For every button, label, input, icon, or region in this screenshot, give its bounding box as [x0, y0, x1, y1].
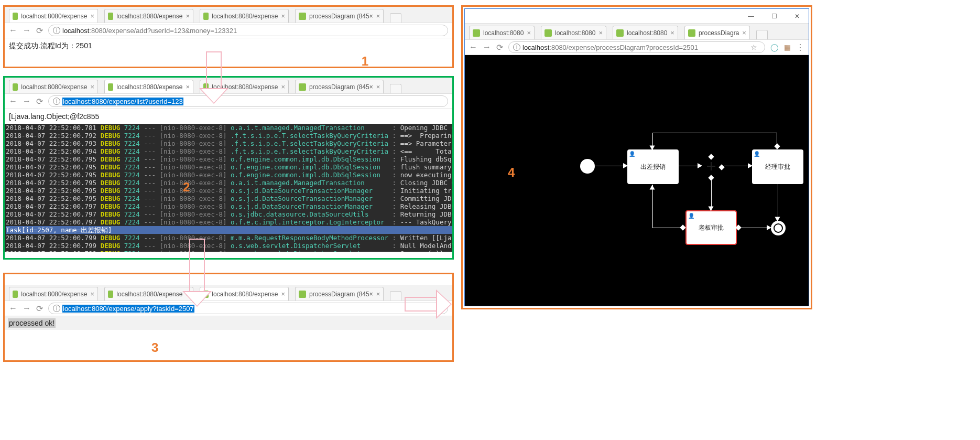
- close-tab-icon[interactable]: ×: [524, 29, 531, 37]
- favicon: [688, 29, 695, 37]
- reload-button[interactable]: ⟳: [496, 42, 503, 52]
- bookmark-star-icon[interactable]: ☆: [750, 43, 757, 51]
- info-icon[interactable]: i: [53, 98, 60, 105]
- annotation-number: 3: [151, 340, 158, 355]
- forward-button[interactable]: →: [23, 304, 31, 313]
- window-titlebar[interactable]: — ☐ ✕: [465, 9, 809, 24]
- toolbar: ← → ⟳ i localhost:8080/expense/processDi…: [465, 39, 809, 55]
- tab-label: localhost:8080/expense: [116, 13, 182, 20]
- annotation-number: 1: [362, 54, 368, 69]
- task-box: 👤 经理审批: [752, 149, 803, 184]
- tab-4[interactable]: processDiagram (845××: [295, 287, 384, 301]
- toolbar: ← → ⟳ i localhost:8080/expense/list?user…: [5, 93, 452, 109]
- info-icon[interactable]: i: [513, 44, 520, 51]
- favicon: [108, 83, 113, 91]
- tab-2[interactable]: localhost:8080/expense×: [104, 287, 193, 301]
- reload-button[interactable]: ⟳: [36, 96, 43, 106]
- close-tab-icon[interactable]: ×: [182, 83, 190, 91]
- tab-2[interactable]: localhost:8080/expense×: [104, 80, 193, 93]
- new-tab-button[interactable]: [390, 84, 401, 93]
- favicon: [299, 13, 306, 20]
- close-tab-icon[interactable]: ×: [595, 29, 603, 37]
- favicon: [108, 13, 113, 20]
- log-console[interactable]: 2018-04-07 22:52:00.781 DEBUG 7224 --- […: [5, 124, 452, 252]
- favicon: [13, 13, 18, 20]
- tab-2[interactable]: localhost:8080×: [541, 26, 606, 39]
- favicon: [13, 83, 18, 91]
- task-label: 经理审批: [765, 163, 790, 171]
- back-button[interactable]: ←: [9, 96, 17, 106]
- close-tab-icon[interactable]: ×: [667, 29, 674, 37]
- close-window-button[interactable]: ✕: [786, 9, 809, 23]
- tab-3[interactable]: localhost:8080×: [613, 26, 678, 39]
- tab-1[interactable]: localhost:8080/expense×: [9, 287, 98, 301]
- tab-4[interactable]: processDiagram (845××: [295, 80, 384, 93]
- forward-button[interactable]: →: [23, 26, 31, 35]
- address-bar[interactable]: i localhost:8080/expense/apply?taskId=25…: [48, 303, 448, 314]
- tab-3[interactable]: localhost:8080/expense×: [200, 9, 289, 23]
- page-content: [Ljava.lang.Object;@f2c855: [5, 109, 452, 124]
- tab-label: localhost:8080/expense: [116, 83, 182, 91]
- toolbar: ← → ⟳ i localhost:8080/expense/apply?tas…: [5, 301, 452, 316]
- tab-label: processDiagra: [699, 29, 739, 37]
- address-path: :8080/expense/add?userId=123&money=12332…: [89, 27, 237, 35]
- start-event: [580, 159, 595, 174]
- flow-arrow-down-icon: [199, 51, 228, 104]
- user-icon: 👤: [754, 151, 760, 157]
- forward-button[interactable]: →: [23, 96, 31, 106]
- close-tab-icon[interactable]: ×: [373, 12, 380, 20]
- back-button[interactable]: ←: [9, 304, 17, 313]
- tab-4[interactable]: processDiagra×: [684, 26, 750, 39]
- close-tab-icon[interactable]: ×: [278, 12, 285, 20]
- back-button[interactable]: ←: [9, 26, 17, 35]
- tab-label: localhost:8080: [627, 29, 667, 37]
- back-button[interactable]: ←: [469, 42, 477, 52]
- minimize-button[interactable]: —: [739, 9, 763, 23]
- toolbar: ← → ⟳ i localhost:8080/expense/add?userI…: [5, 23, 452, 38]
- address-bar[interactable]: i localhost:8080/expense/processDiagram?…: [508, 41, 765, 53]
- close-tab-icon[interactable]: ×: [373, 290, 380, 298]
- task-box: 👤 出差报销: [627, 149, 679, 184]
- menu-button[interactable]: ⋮: [796, 42, 804, 52]
- tab-label: localhost:8080/expense: [212, 13, 278, 20]
- tab-label: localhost:8080/expense: [21, 83, 87, 91]
- flow-arrow-right-icon: [405, 289, 436, 319]
- new-tab-button[interactable]: [390, 13, 401, 23]
- new-tab-button[interactable]: [390, 291, 401, 301]
- close-tab-icon[interactable]: ×: [182, 12, 190, 20]
- close-tab-icon[interactable]: ×: [87, 83, 94, 91]
- tab-strip: localhost:8080/expense× localhost:8080/e…: [5, 7, 452, 23]
- forward-button[interactable]: →: [483, 42, 491, 52]
- close-tab-icon[interactable]: ×: [278, 290, 285, 298]
- diamond-tip: [774, 143, 780, 149]
- close-tab-icon[interactable]: ×: [87, 290, 94, 298]
- close-tab-icon[interactable]: ×: [278, 83, 285, 91]
- info-icon[interactable]: i: [53, 305, 60, 312]
- tab-label: localhost:8080/expense: [212, 291, 278, 298]
- address-bar[interactable]: i localhost:8080/expense/add?userId=123&…: [48, 25, 448, 36]
- tab-4[interactable]: processDiagram (845××: [295, 9, 384, 23]
- tab-1[interactable]: localhost:8080×: [469, 26, 535, 39]
- tab-label: localhost:8080: [483, 29, 524, 37]
- extension-icon[interactable]: ▦: [784, 43, 791, 51]
- favicon: [545, 29, 552, 37]
- tab-1[interactable]: localhost:8080/expense×: [9, 9, 98, 23]
- tab-3[interactable]: localhost:8080/expense×: [200, 287, 289, 301]
- maximize-button[interactable]: ☐: [763, 9, 786, 23]
- extension-icon[interactable]: ◯: [770, 43, 779, 51]
- tab-2[interactable]: localhost:8080/expense×: [104, 9, 193, 23]
- close-tab-icon[interactable]: ×: [739, 29, 746, 37]
- reload-button[interactable]: ⟳: [36, 304, 43, 314]
- close-tab-icon[interactable]: ×: [373, 83, 380, 91]
- annotation-number: 2: [183, 180, 190, 195]
- reload-button[interactable]: ⟳: [36, 26, 43, 36]
- new-tab-button[interactable]: [756, 30, 768, 39]
- close-tab-icon[interactable]: ×: [87, 12, 94, 20]
- user-icon: 👤: [629, 151, 635, 157]
- address-bar[interactable]: i localhost:8080/expense/list?userId=123: [48, 95, 448, 107]
- tab-1[interactable]: localhost:8080/expense×: [9, 80, 98, 93]
- info-icon[interactable]: i: [53, 27, 60, 34]
- tab-label: localhost:8080: [555, 29, 595, 37]
- tab-strip: localhost:8080/expense× localhost:8080/e…: [5, 78, 452, 93]
- process-diagram: 4 👤 出差报销 👤 经理审批 👤 老板审批: [465, 55, 809, 306]
